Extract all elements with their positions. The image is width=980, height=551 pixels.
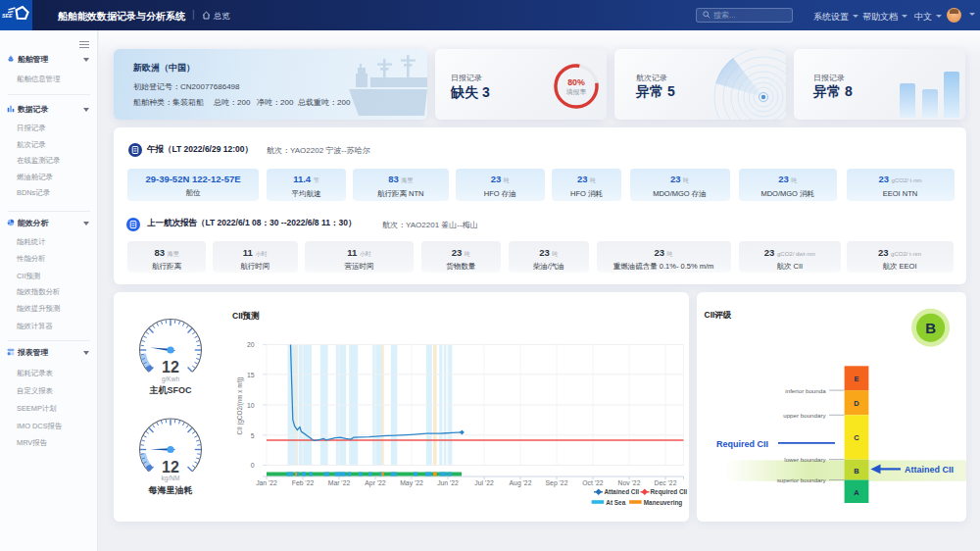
svg-text:Dec '22: Dec '22 (655, 479, 677, 486)
svg-text:Mar '22: Mar '22 (328, 479, 351, 486)
svg-text:Sep '22: Sep '22 (546, 479, 568, 487)
svg-text:Required CII: Required CII (651, 488, 688, 496)
svg-text:10: 10 (247, 402, 255, 409)
svg-text:0: 0 (251, 462, 255, 469)
svg-text:5: 5 (251, 432, 255, 439)
svg-text:inferior bounda: inferior bounda (785, 387, 826, 394)
svg-text:At Sea: At Sea (606, 499, 625, 506)
svg-text:Oct '22: Oct '22 (582, 479, 604, 486)
svg-text:Jul '22: Jul '22 (474, 479, 494, 486)
svg-text:12: 12 (162, 359, 179, 376)
svg-text:Apr '22: Apr '22 (365, 479, 386, 487)
svg-text:12: 12 (162, 459, 179, 476)
svg-text:80%: 80% (567, 77, 585, 87)
svg-text:Maneuvering: Maneuvering (644, 499, 683, 507)
svg-text:CII (gCO2/(nm x mt)): CII (gCO2/(nm x mt)) (236, 377, 244, 435)
svg-text:B: B (925, 320, 936, 336)
svg-text:Feb '22: Feb '22 (292, 479, 315, 486)
svg-text:B: B (854, 467, 859, 476)
svg-text:C: C (854, 433, 859, 442)
svg-text:upper boundary: upper boundary (783, 412, 826, 419)
svg-text:20: 20 (247, 341, 255, 348)
svg-text:Attained CII: Attained CII (605, 488, 640, 495)
svg-text:superior boundary: superior boundary (777, 476, 827, 483)
svg-text:Nov '22: Nov '22 (618, 479, 641, 486)
svg-text:CII评级: CII评级 (705, 310, 732, 320)
svg-text:Jun '22: Jun '22 (437, 479, 459, 486)
svg-text:g/Kwh: g/Kwh (162, 376, 179, 383)
svg-text:填报率: 填报率 (565, 88, 587, 96)
svg-text:SEE: SEE (2, 13, 13, 19)
svg-text:CII预测: CII预测 (232, 311, 260, 321)
svg-text:lower boundary: lower boundary (784, 456, 826, 463)
svg-text:Attained CII: Attained CII (905, 465, 954, 475)
svg-text:主机SFOC: 主机SFOC (148, 385, 192, 395)
svg-text:Required CII: Required CII (716, 439, 768, 449)
svg-text:每海里油耗: 每海里油耗 (148, 485, 193, 495)
svg-text:E: E (854, 375, 858, 383)
svg-text:15: 15 (247, 372, 255, 378)
svg-text:D: D (854, 399, 859, 408)
svg-text:kg/NM: kg/NM (162, 475, 180, 482)
svg-text:A: A (854, 488, 859, 497)
svg-text:Jan '22: Jan '22 (256, 479, 277, 486)
svg-text:Aug '22: Aug '22 (510, 479, 532, 487)
svg-text:May '22: May '22 (400, 479, 423, 487)
